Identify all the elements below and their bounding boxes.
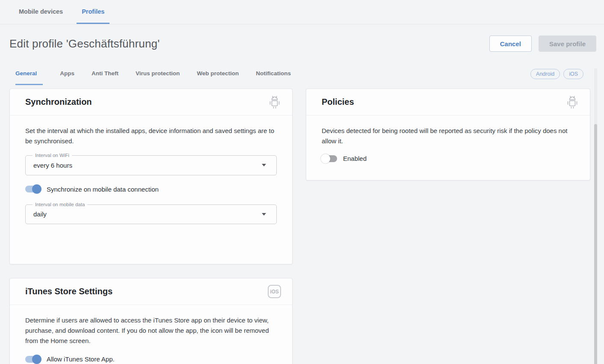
top-tab-bar: Mobile devices Profiles xyxy=(0,0,604,24)
synchronization-title: Synchronization xyxy=(25,97,92,107)
allow-itunes-toggle[interactable] xyxy=(25,356,41,363)
interval-wifi-value: every 6 hours xyxy=(33,162,72,169)
allow-itunes-label: Allow iTunes Store App. xyxy=(47,355,115,363)
itunes-title: iTunes Store Settings xyxy=(25,287,113,296)
interval-mobile-label: Interval on mobile data xyxy=(33,202,87,207)
chevron-down-icon xyxy=(262,164,266,166)
tab-apps[interactable]: Apps xyxy=(60,63,74,85)
mobile-data-sync-toggle[interactable] xyxy=(25,186,41,192)
tab-virus-protection[interactable]: Virus protection xyxy=(136,63,180,85)
left-column: Synchronization Set the interval at whic… xyxy=(9,89,293,364)
ios-icon: iOS xyxy=(268,285,281,298)
policies-enabled-toggle[interactable] xyxy=(322,155,337,162)
interval-wifi-label: Interval on WiFi xyxy=(33,153,72,158)
tab-web-protection[interactable]: Web protection xyxy=(197,63,239,85)
android-icon xyxy=(268,95,281,109)
chevron-down-icon xyxy=(262,213,266,216)
itunes-card-body: Determine if users are allowed to access… xyxy=(10,305,292,363)
page-title: Edit profile 'Geschäftsführung' xyxy=(9,37,160,50)
cancel-button[interactable]: Cancel xyxy=(489,36,532,52)
tab-profiles[interactable]: Profiles xyxy=(77,0,110,24)
platform-filter-pills: Android iOS xyxy=(530,63,583,85)
interval-mobile-value: daily xyxy=(33,210,47,218)
synchronization-description: Set the interval at which the installed … xyxy=(25,126,277,146)
mobile-data-sync-label: Synchronize on mobile data connection xyxy=(47,186,159,193)
save-profile-button[interactable]: Save profile xyxy=(539,36,596,52)
policies-description: Devices detected for being rooted will b… xyxy=(322,126,574,146)
tab-notifications[interactable]: Notifications xyxy=(256,63,291,85)
policies-card-header: Policies xyxy=(306,89,590,115)
android-icon xyxy=(566,95,579,109)
scrollbar-thumb[interactable] xyxy=(594,124,597,364)
right-column: Policies Devices detected for being root… xyxy=(306,89,590,181)
profile-section-tabs: General Apps Anti Theft Virus protection… xyxy=(0,63,604,85)
synchronization-card-header: Synchronization xyxy=(10,89,292,115)
interval-mobile-select[interactable]: Interval on mobile data daily xyxy=(25,202,277,225)
interval-wifi-select[interactable]: Interval on WiFi every 6 hours xyxy=(25,153,277,175)
tab-mobile-devices[interactable]: Mobile devices xyxy=(16,0,65,24)
synchronization-card: Synchronization Set the interval at whic… xyxy=(9,89,293,264)
policies-card-body: Devices detected for being rooted will b… xyxy=(306,115,590,162)
synchronization-card-body: Set the interval at which the installed … xyxy=(10,115,292,224)
allow-itunes-row: Allow iTunes Store App. xyxy=(25,355,277,363)
policies-card: Policies Devices detected for being root… xyxy=(306,89,590,181)
itunes-store-settings-card: iTunes Store Settings iOS Determine if u… xyxy=(9,278,293,364)
android-filter-pill[interactable]: Android xyxy=(530,69,560,79)
page-header: Edit profile 'Geschäftsführung' Cancel S… xyxy=(0,24,604,63)
tab-general[interactable]: General xyxy=(15,63,43,85)
content-area: Synchronization Set the interval at whic… xyxy=(9,89,590,364)
policies-title: Policies xyxy=(322,97,354,107)
policies-enabled-row: Enabled xyxy=(322,155,574,162)
header-actions: Cancel Save profile xyxy=(489,36,596,52)
ios-filter-pill[interactable]: iOS xyxy=(563,69,583,79)
itunes-card-header: iTunes Store Settings iOS xyxy=(10,278,292,305)
itunes-description: Determine if users are allowed to access… xyxy=(25,315,277,346)
mobile-data-sync-row: Synchronize on mobile data connection xyxy=(25,186,277,193)
policies-enabled-label: Enabled xyxy=(343,155,367,162)
tab-anti-theft[interactable]: Anti Theft xyxy=(92,63,118,85)
